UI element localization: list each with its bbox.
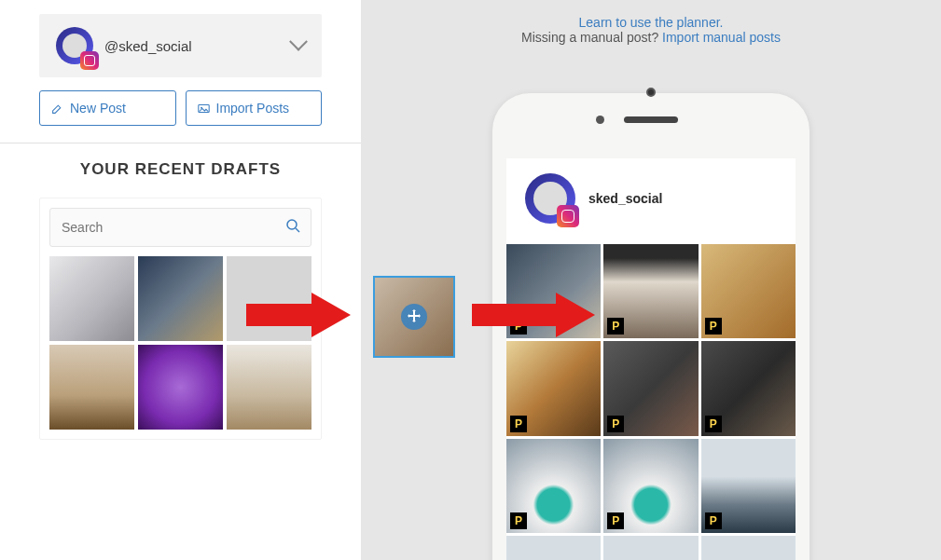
drafts-heading: YOUR RECENT DRAFTS [39, 143, 322, 198]
account-avatar [56, 27, 93, 64]
planned-badge: P [510, 416, 527, 432]
planned-badge: P [510, 512, 527, 529]
missing-post-text: Missing a manual post? [521, 30, 662, 45]
draft-tile-shopper[interactable] [227, 345, 311, 430]
import-manual-link[interactable]: Import manual posts [662, 30, 781, 45]
feed-tile-couple[interactable]: P [603, 341, 698, 435]
draft-tile-bag[interactable] [138, 256, 223, 341]
chevron-down-icon [289, 33, 308, 51]
feed-tile-row4c[interactable]: P [701, 536, 796, 560]
search-wrap [49, 208, 311, 247]
feed-tile-row4a[interactable]: P [506, 536, 601, 560]
planned-badge: P [607, 512, 624, 529]
top-links: Learn to use the planner. Missing a manu… [361, 0, 941, 56]
profile-avatar [525, 173, 575, 224]
import-posts-label: Import Posts [216, 101, 290, 116]
planned-badge: P [705, 318, 722, 335]
phone-sensor-icon [596, 116, 604, 124]
instagram-badge-icon [557, 205, 579, 227]
planned-badge: P [607, 416, 624, 432]
import-posts-button[interactable]: Import Posts [186, 90, 323, 126]
svg-point-2 [287, 220, 297, 229]
planned-badge: P [705, 416, 722, 432]
new-post-button[interactable]: New Post [39, 90, 176, 126]
svg-marker-4 [246, 293, 351, 337]
draft-grid [49, 256, 311, 430]
profile-username: sked_social [588, 191, 662, 206]
feed-tile-burger[interactable]: P [701, 244, 796, 338]
feed-tile-friends[interactable]: P [701, 341, 796, 435]
planned-badge: P [705, 512, 722, 529]
phone-camera-icon [646, 88, 656, 97]
profile-header: sked_social [506, 158, 796, 244]
tutorial-arrow-icon [246, 287, 353, 343]
phone-top [624, 116, 678, 123]
account-selector[interactable]: @sked_social [39, 14, 322, 77]
svg-marker-5 [472, 293, 595, 337]
move-icon [401, 304, 427, 330]
draft-tile-amethyst[interactable] [138, 345, 223, 430]
search-icon [285, 218, 300, 237]
search-input[interactable] [49, 208, 311, 247]
feed-tile-cupcake-1[interactable]: P [506, 439, 601, 533]
feed-tile-burger-2[interactable]: P [506, 341, 601, 435]
svg-line-3 [296, 228, 299, 232]
sidebar-panel: @sked_social New Post Import Posts YOUR … [0, 0, 361, 560]
pencil-icon [51, 102, 63, 115]
draft-tile-jewelry[interactable] [49, 256, 134, 341]
planned-badge: P [607, 318, 624, 335]
account-handle: @sked_social [104, 38, 192, 54]
feed-tile-row4b[interactable]: P [603, 536, 698, 560]
dragging-tile[interactable] [373, 276, 455, 358]
new-post-label: New Post [70, 101, 126, 116]
image-icon [198, 102, 210, 115]
instagram-badge-icon [80, 51, 99, 70]
draft-tile-store[interactable] [49, 345, 134, 430]
feed-tile-landscape[interactable]: P [701, 439, 796, 533]
learn-planner-link[interactable]: Learn to use the planner. [579, 15, 724, 30]
action-button-row: New Post Import Posts [39, 90, 322, 126]
feed-tile-girl-hat[interactable]: P [603, 244, 698, 338]
phone-screen: sked_social PPPPPPPPPPPP [506, 158, 796, 560]
tutorial-arrow-icon [472, 287, 598, 343]
feed-tile-cupcake-2[interactable]: P [603, 439, 698, 533]
phone-speaker-icon [624, 116, 678, 123]
